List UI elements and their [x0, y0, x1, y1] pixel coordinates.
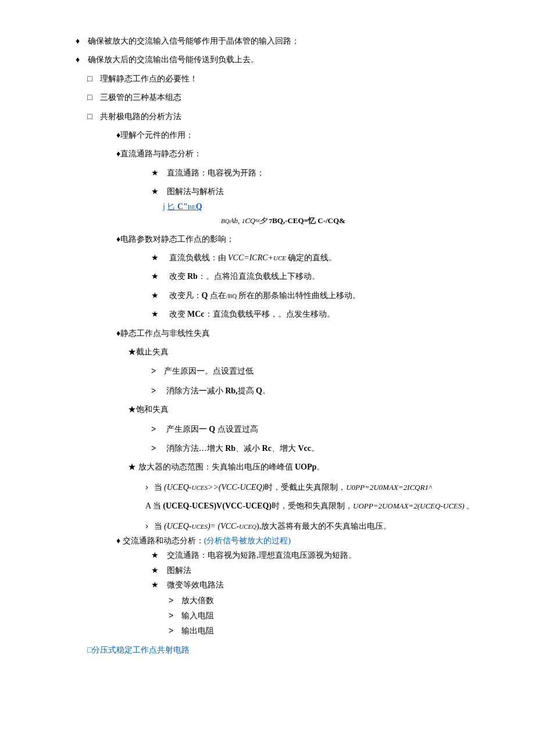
text-line: 放大倍数	[47, 594, 488, 607]
text-frag: 放大器的动态范围：失真输出电压的峰峰值	[138, 463, 295, 471]
text-line: 当 (UCEQ-UCES>>(VCC-UCEQ)时，受截止失真限制，U0PP=2…	[47, 480, 488, 494]
text-frag: UCES	[191, 484, 208, 491]
text-frag: 改变凡：	[169, 291, 202, 300]
text-frag: Vcc	[298, 444, 311, 453]
text-frag: 点在	[210, 291, 226, 300]
text-frag: Rc	[262, 444, 272, 453]
text-frag: UCEQ	[239, 523, 256, 530]
formula-frag: j	[163, 202, 165, 211]
text-line: 确保放大后的交流输出信号能传送到负载上去。	[47, 53, 488, 66]
text-frag: ：。点将沿直流负载线上下移动。	[198, 272, 320, 281]
text-frag: )= (VCC-	[208, 522, 239, 531]
text-line: 静态工作点与非线性失真	[47, 327, 488, 340]
text-frag: 。	[316, 463, 324, 471]
formula-line: BQAb, 1CQ≈夕 7BQ,-CEQ=忆 C-/CQ&	[47, 215, 488, 227]
text-frag: 时，受饱和失真限制，	[272, 501, 353, 510]
text-line: 消除方法…增大 Rb、减小 Rc、增大 Vcc。	[47, 442, 488, 455]
formula-line: j 匕 C"BEQ	[47, 200, 488, 213]
formula-frag: Ab,	[230, 216, 240, 225]
text-frag: 。	[311, 444, 319, 453]
formula-frag: BQ	[221, 217, 230, 224]
text-line: 直流通路：电容视为开路；	[47, 167, 488, 180]
text-frag: Rb	[187, 272, 198, 281]
text-frag: UCES	[191, 523, 208, 530]
text-frag: (UCEQ-UCES)V(VCC-UCEQ)	[163, 501, 272, 510]
text-line: 微变等效电路法	[47, 579, 488, 592]
text-frag: (VCC-UCEQ)	[219, 483, 265, 492]
text-frag: (分析信号被放大的过程)	[204, 536, 291, 545]
text-frag: Q	[256, 386, 262, 395]
text-line: 产生原因一 Q 点设置过高	[47, 422, 488, 436]
text-frag: Rb,	[225, 386, 237, 395]
text-frag: 当	[154, 483, 165, 492]
text-line: 理解个元件的作用；	[47, 129, 488, 142]
text-line: 产生原因一。点设置过低	[47, 364, 488, 378]
text-line: 改变 MCc：直流负载线平移，。点发生移动。	[47, 308, 488, 321]
section-heading: □分压式稳定工作点共射电路	[87, 644, 488, 657]
formula-frag: C-/CQ&	[318, 216, 345, 225]
text-line: 三极管的三种基本组态	[87, 91, 488, 104]
text-frag: 当	[154, 522, 165, 531]
text-frag: 提高	[238, 386, 256, 395]
text-line: 共射极电路的分析方法	[87, 110, 488, 123]
text-line: 饱和失真	[47, 403, 488, 416]
text-frag: U0PP=2U0MAX=2ICQR1^	[346, 483, 431, 492]
text-frag: Q	[209, 425, 217, 433]
text-line: 图解法与解析法	[47, 185, 488, 198]
text-line: 改变 Rb：。点将沿直流负载线上下移动。	[47, 270, 488, 283]
text-frag: (UCEQ-	[164, 522, 191, 531]
text-frag: UOPp	[295, 463, 316, 471]
text-line: 理解静态工作点的必要性！	[87, 73, 488, 85]
text-frag: 消除方法…增大	[166, 444, 226, 453]
text-line: 直流通路与静态分析：	[47, 148, 488, 160]
text-frag: 点设置过高	[217, 425, 258, 433]
text-frag: 所在的那条输出特性曲线上移动。	[238, 291, 361, 300]
text-line: 交流通路：电容视为短路,理想直流电压源视为短路。	[47, 549, 488, 562]
text-frag: A 当	[145, 501, 163, 510]
text-line: 截止失真	[47, 346, 488, 359]
text-line: 放大器的动态范围：失真输出电压的峰峰值 UOPp。	[47, 461, 488, 474]
text-frag: 产生原因一	[166, 425, 209, 433]
text-line: 图解法	[47, 564, 488, 577]
text-frag: (UCEQ-	[164, 483, 191, 492]
text-frag: UCE	[273, 255, 288, 261]
text-line: 消除方法一减小 Rb,提高 Q。	[47, 384, 488, 397]
text-frag: >>	[208, 483, 219, 492]
text-frag: 交流通路和动态分析：	[123, 536, 204, 545]
text-frag: UOPP=2UOMAX=2(UCEQ-UCES) 。	[353, 501, 474, 510]
text-frag: 、减小	[236, 444, 262, 453]
text-line: 改变凡：Q 点在/BQ 所在的那条输出特性曲线上移动。	[47, 289, 488, 302]
text-frag: 、增大	[272, 444, 298, 453]
text-line: 输出电阻	[47, 624, 488, 637]
text-frag: /BQ	[226, 292, 238, 299]
text-frag: ：直流负载线平移，。点发生移动。	[205, 310, 335, 318]
text-line: A 当 (UCEQ-UCES)V(VCC-UCEQ)时，受饱和失真限制，UOPP…	[47, 500, 488, 513]
text-frag: 时，受截止失真限制，	[265, 483, 346, 492]
formula-frag: 匕 C"BEQ	[167, 202, 202, 211]
text-line: 输入电阻	[47, 609, 488, 622]
text-line: 当 (UCEQ-UCES)= (VCC-UCEQ),放大器将有最大的不失真输出电…	[47, 519, 488, 533]
formula-frag: CQ≈夕	[245, 216, 267, 225]
formula-frag: BQ,-CEQ=忆	[272, 216, 318, 225]
text-frag: Q	[202, 291, 210, 300]
text-frag: VCC=ICRC+	[228, 253, 273, 262]
text-line: 电路参数对静态工作点的影响；	[47, 233, 488, 246]
text-frag: 确定的直线。	[288, 253, 337, 262]
text-frag: 改变	[169, 272, 188, 281]
text-frag: 。	[262, 386, 270, 395]
text-line: 交流通路和动态分析：(分析信号被放大的过程)	[47, 535, 488, 547]
text-frag: ),放大器将有最大的不失真输出电压。	[256, 522, 391, 531]
text-line: 直流负载线：由 VCC=ICRC+UCE 确定的直线。	[47, 252, 488, 264]
text-frag: 直流负载线：由	[169, 253, 229, 262]
text-frag: 改变	[169, 310, 188, 318]
text-frag: MCc	[187, 310, 205, 318]
text-frag: Rb	[225, 444, 236, 453]
text-frag: 消除方法一减小	[166, 386, 226, 395]
text-line: 确保被放大的交流输入信号能够作用于晶体管的输入回路；	[47, 35, 488, 48]
